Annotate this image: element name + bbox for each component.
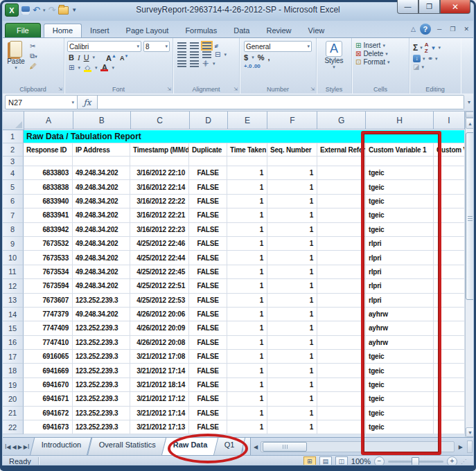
zoom-out-button[interactable]: − (374, 456, 385, 467)
shrink-font-button[interactable]: A▼ (120, 54, 128, 62)
row-header-10[interactable]: 10 (2, 251, 24, 265)
cell[interactable] (317, 195, 366, 208)
cell[interactable]: 49.248.34.202 (73, 166, 130, 180)
cell[interactable]: 1 (227, 392, 267, 406)
row-header-1[interactable]: 1 (2, 130, 24, 143)
italic-button[interactable]: I (78, 53, 80, 62)
cell[interactable]: 3/21/2012 18:14 (130, 378, 189, 392)
cell[interactable]: 1 (267, 420, 317, 434)
row-header-19[interactable]: 19 (2, 378, 24, 392)
cell[interactable]: FALSE (189, 364, 227, 377)
row-header-18[interactable]: 18 (2, 364, 24, 377)
format-cells-button[interactable]: ⊡Format▾ (355, 58, 409, 66)
cell[interactable]: 6833942 (24, 223, 73, 237)
cell[interactable] (317, 251, 366, 265)
cell[interactable] (317, 208, 366, 222)
cell[interactable]: 4/25/2012 22:45 (130, 265, 189, 279)
cell[interactable]: 1 (267, 208, 317, 222)
column-header-A[interactable]: A (24, 112, 73, 130)
help-button[interactable]: ? (420, 24, 431, 35)
cell[interactable]: FALSE (189, 208, 227, 222)
cell[interactable]: 3/21/2012 17:08 (130, 350, 189, 364)
cell[interactable]: 1 (267, 195, 317, 208)
number-format-combo[interactable]: General▾ (244, 41, 312, 52)
header-cell[interactable]: External Refer (317, 143, 366, 157)
cell[interactable]: 1 (267, 166, 317, 180)
column-header-B[interactable]: B (73, 112, 131, 130)
cell[interactable]: 1 (267, 265, 317, 279)
cell[interactable]: 49.248.34.202 (73, 251, 130, 265)
column-header-I[interactable]: I (434, 112, 465, 130)
align-right-button[interactable] (202, 51, 211, 58)
header-cell[interactable]: Duplicate (189, 143, 227, 157)
tab-review[interactable]: Review (258, 24, 299, 37)
zoom-slider[interactable] (388, 461, 443, 463)
cell[interactable] (317, 378, 366, 392)
cell[interactable]: 1 (267, 378, 317, 392)
delete-cells-button[interactable]: ⊠Delete▾ (355, 50, 409, 57)
cell[interactable]: 1 (227, 251, 267, 265)
row-header-7[interactable]: 7 (2, 208, 24, 222)
cell[interactable]: 1 (227, 321, 267, 335)
cell[interactable] (317, 336, 366, 350)
cell[interactable]: 1 (227, 407, 267, 420)
column-header-D[interactable]: D (190, 112, 228, 130)
cell[interactable] (317, 392, 366, 406)
header-cell[interactable]: IP Address (73, 143, 130, 157)
cell[interactable]: 3/16/2012 22:14 (130, 180, 189, 194)
insert-cells-button[interactable]: ⊞Insert▾ (355, 42, 409, 49)
clear-button[interactable]: ◪ (413, 63, 419, 71)
cell[interactable]: 1 (227, 195, 267, 208)
cell[interactable]: 3/16/2012 22:22 (130, 195, 189, 208)
alignment-dialog-launcher[interactable]: ⇲ (233, 87, 238, 92)
header-cell[interactable]: Timestamp (MM/dd (130, 143, 189, 157)
cell[interactable]: 7747379 (24, 308, 73, 321)
split-handle[interactable] (466, 112, 475, 118)
cell[interactable]: 123.252.239.3 (73, 420, 130, 434)
zoom-in-button[interactable]: + (447, 456, 457, 467)
cell[interactable] (317, 157, 366, 166)
cell[interactable]: 3/16/2012 22:21 (130, 208, 189, 222)
row-header-15[interactable]: 15 (2, 321, 24, 335)
sheet-tab-introduction[interactable]: Introduction (30, 438, 92, 456)
hscroll-left-arrow-icon[interactable]: ◀ (251, 444, 261, 450)
middle-align-button[interactable] (190, 42, 199, 49)
tab-page-layout[interactable]: Page Layout (118, 24, 177, 37)
cell[interactable] (317, 166, 366, 180)
expand-formula-bar-caret-icon[interactable]: ▾ (464, 99, 474, 105)
cell[interactable]: 123.252.239.3 (73, 321, 130, 335)
tab-file[interactable]: File (5, 23, 41, 37)
cell[interactable]: 7673532 (24, 237, 73, 251)
underline-button[interactable]: U (84, 53, 89, 62)
formula-input[interactable] (98, 95, 464, 109)
cell[interactable]: 7673534 (24, 265, 73, 279)
row-header-21[interactable]: 21 (2, 407, 24, 420)
cell[interactable] (317, 294, 366, 308)
cell[interactable]: 6833803 (24, 166, 73, 180)
cell[interactable]: FALSE (189, 166, 227, 180)
cell[interactable]: 1 (227, 294, 267, 308)
cell[interactable]: 1 (267, 180, 317, 194)
vertical-scrollbar[interactable]: ▲ ▼ (465, 112, 475, 437)
cell[interactable]: FALSE (189, 251, 227, 265)
cell[interactable]: FALSE (189, 237, 227, 251)
cell[interactable]: 3/21/2012 17:12 (130, 392, 189, 406)
first-sheet-button[interactable]: Ⅰ◀ (5, 444, 11, 450)
cell[interactable] (317, 407, 366, 420)
sheet-tab-overall-statistics[interactable]: Overall Statistics (87, 438, 166, 456)
cell[interactable]: 1 (267, 294, 317, 308)
cell[interactable]: 7673594 (24, 279, 73, 293)
cell[interactable]: FALSE (189, 420, 227, 434)
row-header-9[interactable]: 9 (2, 237, 24, 251)
cell[interactable]: 4/25/2012 22:44 (130, 251, 189, 265)
cell[interactable]: 7747409 (24, 321, 73, 335)
cell[interactable]: 49.248.34.202 (73, 195, 130, 208)
cell[interactable] (24, 157, 73, 166)
cell[interactable] (317, 350, 366, 364)
borders-button[interactable]: ⊞ (69, 64, 74, 71)
cell[interactable]: 7747410 (24, 336, 73, 350)
select-all-corner[interactable] (2, 112, 24, 130)
wrap-text-button[interactable]: ⸎ (202, 60, 209, 67)
cell[interactable]: 1 (227, 378, 267, 392)
cell[interactable] (130, 157, 189, 166)
